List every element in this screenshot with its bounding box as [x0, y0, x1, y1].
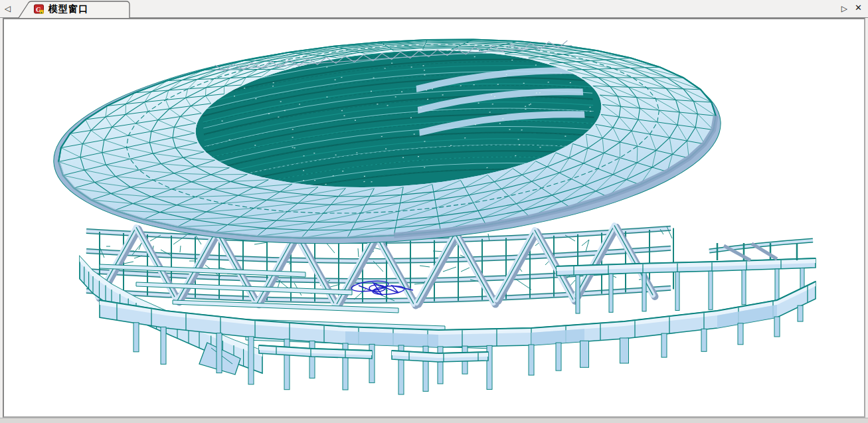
- app-model-icon: G: [34, 4, 44, 15]
- window-bottom-edge: [0, 418, 868, 423]
- scroll-tabs-left-button[interactable]: ◁: [5, 3, 11, 14]
- model-canvas[interactable]: [3, 18, 865, 418]
- tab-label: 模型窗口: [48, 3, 88, 15]
- stadium-model-drawing: [4, 19, 864, 416]
- scroll-tabs-right-button[interactable]: ▷: [841, 3, 847, 14]
- tab-bar: ◁ G 模型窗口 ▷ ✕: [0, 0, 868, 18]
- close-tab-button[interactable]: ✕: [855, 3, 862, 13]
- tab-model-window[interactable]: G 模型窗口: [17, 1, 131, 18]
